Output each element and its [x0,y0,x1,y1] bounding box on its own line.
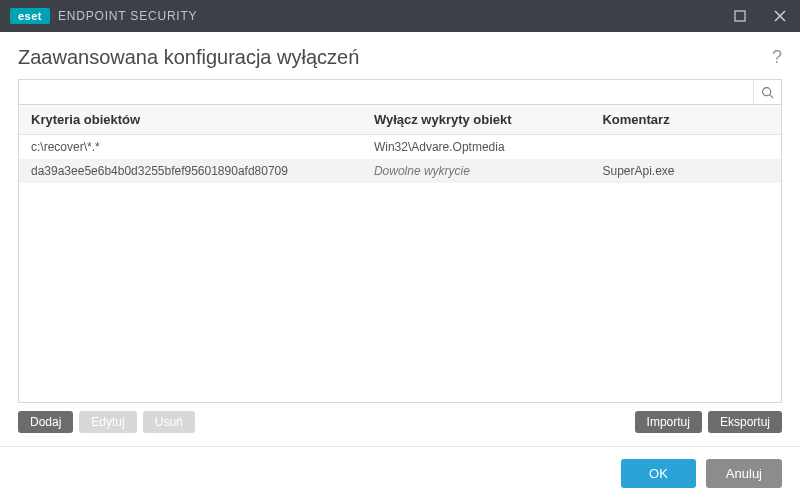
cell-disable: Dowolne wykrycie [362,159,591,183]
cell-criteria: c:\recover\*.* [19,135,362,160]
table-row[interactable]: da39a3ee5e6b4b0d3255bfef95601890afd80709… [19,159,781,183]
search-input[interactable] [19,80,753,104]
exclusion-table: Kryteria obiektów Wyłącz wykryty obiekt … [19,105,781,183]
cell-comment [590,135,781,160]
col-header-disable[interactable]: Wyłącz wykryty obiekt [362,105,591,135]
titlebar: eset ENDPOINT SECURITY [0,0,800,32]
ok-button[interactable]: OK [621,459,696,488]
minimize-button[interactable] [720,0,760,32]
cell-comment: SuperApi.exe [590,159,781,183]
header: Zaawansowana konfiguracja wyłączeń ? [0,32,800,79]
search-row [18,79,782,105]
col-header-comment[interactable]: Komentarz [590,105,781,135]
action-row: Dodaj Edytuj Usuń Importuj Eksportuj [0,403,800,433]
table-row[interactable]: c:\recover\*.*Win32\Advare.Optmedia [19,135,781,160]
svg-point-3 [763,87,771,95]
col-header-criteria[interactable]: Kryteria obiektów [19,105,362,135]
import-button[interactable]: Importuj [635,411,702,433]
cell-criteria: da39a3ee5e6b4b0d3255bfef95601890afd80709 [19,159,362,183]
cell-disable: Win32\Advare.Optmedia [362,135,591,160]
add-button[interactable]: Dodaj [18,411,73,433]
export-button[interactable]: Eksportuj [708,411,782,433]
close-button[interactable] [760,0,800,32]
svg-rect-0 [735,11,745,21]
brand-badge: eset [10,8,50,24]
delete-button: Usuń [143,411,195,433]
exclusion-table-wrap: Kryteria obiektów Wyłącz wykryty obiekt … [18,105,782,403]
footer: OK Anuluj [0,446,800,500]
svg-line-4 [770,94,773,97]
cancel-button[interactable]: Anuluj [706,459,782,488]
brand-text: ENDPOINT SECURITY [58,9,197,23]
edit-button: Edytuj [79,411,136,433]
page-title: Zaawansowana konfiguracja wyłączeń [18,46,772,69]
search-icon [761,86,774,99]
search-button[interactable] [753,80,781,104]
help-icon[interactable]: ? [772,47,782,68]
